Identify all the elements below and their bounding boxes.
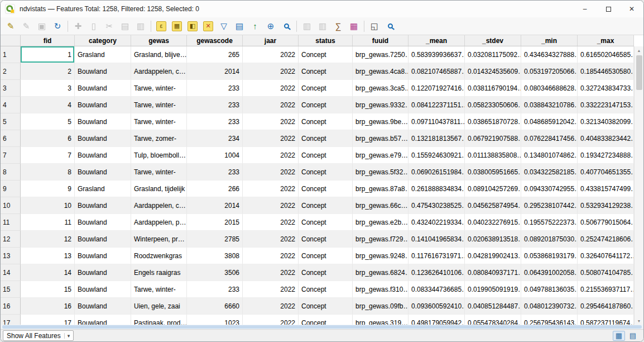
cell-_max[interactable]: 0.321340382099… <box>578 113 634 130</box>
cell-fuuid[interactable]: brp_gewas.4ca8… <box>353 63 408 80</box>
cell-gewascode[interactable]: 1004 <box>187 147 243 164</box>
cell-status[interactable]: Concept <box>299 281 353 298</box>
pan-to-selected-button[interactable]: ⊕ <box>263 19 278 34</box>
cell-_max[interactable]: 0.332223147153… <box>578 97 634 113</box>
cell-gewascode[interactable]: 2785 <box>187 231 243 248</box>
column-header-gewas[interactable]: gewas <box>131 35 187 46</box>
row-number[interactable]: 2 <box>1 63 21 80</box>
cell-jaar[interactable]: 2022 <box>243 46 299 63</box>
cell-_stdev[interactable]: 0.058233050606… <box>465 97 521 113</box>
cell-jaar[interactable]: 2022 <box>243 298 299 315</box>
row-number[interactable]: 16 <box>1 298 21 315</box>
row-number[interactable]: 17 <box>1 315 21 325</box>
cell-gewas[interactable]: Winterpeen, pr… <box>131 231 187 248</box>
cell-category[interactable]: Bouwland <box>75 80 131 97</box>
deselect-all-button[interactable]: ✕ <box>201 19 215 34</box>
cell-gewas[interactable]: Tarwe, zomer- <box>131 130 187 147</box>
cell-status[interactable]: Concept <box>299 46 353 63</box>
row-number[interactable]: 10 <box>1 197 21 214</box>
cell-_max[interactable]: 0.215536937117… <box>578 281 634 298</box>
conditional-formatting-button[interactable]: ▦ <box>347 19 361 34</box>
cell-gewas[interactable]: Grasland, tijdelijk <box>131 180 187 197</box>
cell-_min[interactable]: 0.053868193179… <box>521 248 578 264</box>
cell-_min[interactable]: 0.089201875030… <box>521 231 578 248</box>
cell-_min[interactable]: 0.094330742955… <box>521 180 578 197</box>
row-number[interactable]: 11 <box>1 214 21 231</box>
cell-status[interactable]: Concept <box>299 264 353 281</box>
cell-_stdev[interactable]: 0.038651870728… <box>465 113 521 130</box>
cell-category[interactable]: Bouwland <box>75 231 131 248</box>
cell-status[interactable]: Concept <box>299 63 353 80</box>
cell-status[interactable]: Concept <box>299 164 353 180</box>
cell-_min[interactable]: 0.038843210786… <box>521 97 578 113</box>
cell-_max[interactable]: 0.532934129238… <box>578 197 634 214</box>
cell-fid[interactable]: 8 <box>21 164 75 180</box>
cell-_min[interactable]: 0.195575222373… <box>521 214 578 231</box>
cell-fid[interactable]: 17 <box>21 315 75 325</box>
cell-_min[interactable]: 0.080346688628… <box>521 80 578 97</box>
cell-jaar[interactable]: 2022 <box>243 180 299 197</box>
vertical-scrollbar[interactable]: ▲ ▼ <box>634 46 643 325</box>
search-table-button[interactable] <box>383 19 397 34</box>
cell-_stdev[interactable]: 0.067921907588… <box>465 130 521 147</box>
cell-_stdev[interactable]: 0.040232276915… <box>465 214 521 231</box>
cell-_min[interactable]: 0.064391002058… <box>521 264 578 281</box>
cell-gewascode[interactable]: 233 <box>187 113 243 130</box>
cell-_stdev[interactable]: 0.038116790194… <box>465 80 521 97</box>
cell-_min[interactable]: 0.048685912042… <box>521 113 578 130</box>
cell-fuuid[interactable]: brp_gewas.f729… <box>353 231 408 248</box>
dock-attribute-table-button[interactable]: ◱ <box>367 19 382 34</box>
cell-_stdev[interactable]: 0.019905091919… <box>465 281 521 298</box>
cell-category[interactable]: Bouwland <box>75 147 131 164</box>
cell-category[interactable]: Bouwland <box>75 298 131 315</box>
cell-status[interactable]: Concept <box>299 80 353 97</box>
row-number[interactable]: 14 <box>1 264 21 281</box>
cell-gewascode[interactable]: 3808 <box>187 248 243 264</box>
cell-_max[interactable]: 0.185446530580… <box>578 63 634 80</box>
cell-gewascode[interactable]: 266 <box>187 180 243 197</box>
cell-fid[interactable]: 5 <box>21 113 75 130</box>
cell-gewascode[interactable]: 3506 <box>187 264 243 281</box>
cell-gewascode[interactable]: 2014 <box>187 63 243 80</box>
scroll-down-icon[interactable]: ▼ <box>635 317 643 325</box>
cell-gewascode[interactable]: 2014 <box>187 197 243 214</box>
cell-_mean[interactable]: 0.123626410106… <box>408 264 465 281</box>
cell-category[interactable]: Bouwland <box>75 214 131 231</box>
zoom-to-selected-button[interactable] <box>279 19 294 34</box>
cell-_mean[interactable]: 0.141041965834… <box>408 231 465 248</box>
cell-gewas[interactable]: Tarwe, winter- <box>131 80 187 97</box>
cell-fid[interactable]: 1 <box>21 46 75 63</box>
table-view-toggle[interactable]: ▦ <box>613 331 625 341</box>
cell-jaar[interactable]: 2022 <box>243 248 299 264</box>
cell-fuuid[interactable]: brp_gewas.9248… <box>353 248 408 264</box>
cell-jaar[interactable]: 2022 <box>243 130 299 147</box>
cell-_mean[interactable]: 0.084122371151… <box>408 97 465 113</box>
cell-fid[interactable]: 12 <box>21 231 75 248</box>
cell-category[interactable]: Bouwland <box>75 248 131 264</box>
cell-gewas[interactable]: Tarwe, winter- <box>131 97 187 113</box>
cell-_mean[interactable]: 0.261888834834… <box>408 180 465 197</box>
cell-gewas[interactable]: Aardappelen, c… <box>131 197 187 214</box>
cell-fid[interactable]: 11 <box>21 214 75 231</box>
feature-filter-button[interactable]: Show All Features ▾ <box>3 330 74 341</box>
select-by-form-button[interactable]: ▤ <box>232 19 247 34</box>
select-all-button[interactable]: ▦ <box>170 19 184 34</box>
cell-_max[interactable]: 0.193427234888… <box>578 147 634 164</box>
cell-fuuid[interactable]: brp_gewas.66c… <box>353 197 408 214</box>
cell-gewascode[interactable]: 1023 <box>187 315 243 325</box>
cell-category[interactable]: Bouwland <box>75 63 131 80</box>
cell-gewas[interactable]: Grasland, blijve… <box>131 46 187 63</box>
column-header-gewascode[interactable]: gewascode <box>187 35 243 46</box>
cell-_stdev[interactable]: 0.055478340284… <box>465 315 521 325</box>
close-button[interactable]: ✕ <box>620 1 643 17</box>
cell-fid[interactable]: 10 <box>21 197 75 214</box>
cell-gewas[interactable]: Uien, gele, zaai <box>131 298 187 315</box>
cell-_mean[interactable]: 0.069026151984… <box>408 164 465 180</box>
cell-_stdev[interactable]: 0.011138835808… <box>465 147 521 164</box>
cell-gewas[interactable]: Tarwe, winter- <box>131 281 187 298</box>
column-header-status[interactable]: status <box>299 35 353 46</box>
cell-_max[interactable]: 0.407704651355… <box>578 164 634 180</box>
cell-_stdev[interactable]: 0.032081175092… <box>465 46 521 63</box>
cell-_min[interactable]: 0.256795436143… <box>521 315 578 325</box>
cell-jaar[interactable]: 2022 <box>243 63 299 80</box>
